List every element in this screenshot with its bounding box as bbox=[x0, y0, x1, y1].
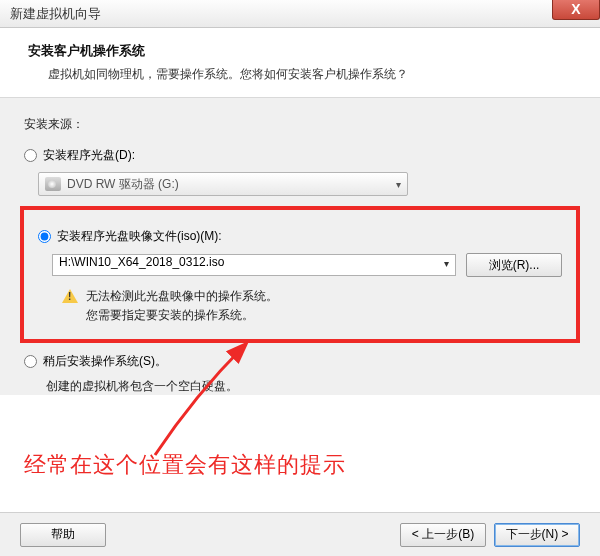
help-button[interactable]: 帮助 bbox=[20, 523, 106, 547]
header-title: 安装客户机操作系统 bbox=[28, 42, 578, 60]
drive-dropdown[interactable]: DVD RW 驱动器 (G:) ▾ bbox=[38, 172, 408, 196]
warning-text: 无法检测此光盘映像中的操作系统。 您需要指定要安装的操作系统。 bbox=[86, 287, 278, 325]
content-area: 安装来源： 安装程序光盘(D): DVD RW 驱动器 (G:) ▾ 安装程序光… bbox=[0, 98, 600, 395]
warning-line2: 您需要指定要安装的操作系统。 bbox=[86, 306, 278, 325]
window-title: 新建虚拟机向导 bbox=[10, 5, 101, 23]
header-subtitle: 虚拟机如同物理机，需要操作系统。您将如何安装客户机操作系统？ bbox=[28, 66, 578, 83]
back-label: < 上一步(B) bbox=[412, 527, 474, 541]
header-panel: 安装客户机操作系统 虚拟机如同物理机，需要操作系统。您将如何安装客户机操作系统？ bbox=[0, 28, 600, 98]
chevron-down-icon: ▾ bbox=[444, 258, 449, 269]
radio-iso[interactable] bbox=[38, 230, 51, 243]
browse-button[interactable]: 浏览(R)... bbox=[466, 253, 562, 277]
option-iso-row: 安装程序光盘映像文件(iso)(M): bbox=[38, 228, 562, 245]
back-button[interactable]: < 上一步(B) bbox=[400, 523, 486, 547]
iso-path-text: H:\WIN10_X64_2018_0312.iso bbox=[59, 255, 224, 269]
next-label: 下一步(N) > bbox=[506, 527, 569, 541]
next-button[interactable]: 下一步(N) > bbox=[494, 523, 580, 547]
iso-row: H:\WIN10_X64_2018_0312.iso ▾ 浏览(R)... bbox=[52, 253, 562, 277]
option-iso-label: 安装程序光盘映像文件(iso)(M): bbox=[57, 228, 222, 245]
chevron-down-icon: ▾ bbox=[396, 179, 401, 190]
drive-dropdown-text: DVD RW 驱动器 (G:) bbox=[67, 176, 179, 193]
option-disc-row: 安装程序光盘(D): bbox=[24, 147, 576, 164]
radio-later[interactable] bbox=[24, 355, 37, 368]
footer-bar: 帮助 < 上一步(B) 下一步(N) > bbox=[0, 512, 600, 556]
close-icon: X bbox=[571, 1, 580, 17]
warning-icon bbox=[62, 289, 78, 303]
help-label: 帮助 bbox=[51, 527, 75, 541]
highlight-box: 安装程序光盘映像文件(iso)(M): H:\WIN10_X64_2018_03… bbox=[20, 206, 580, 343]
browse-button-label: 浏览(R)... bbox=[489, 257, 540, 274]
titlebar: 新建虚拟机向导 X bbox=[0, 0, 600, 28]
warning-row: 无法检测此光盘映像中的操作系统。 您需要指定要安装的操作系统。 bbox=[62, 287, 562, 325]
radio-disc[interactable] bbox=[24, 149, 37, 162]
optical-drive-icon bbox=[45, 177, 61, 191]
option-later-row: 稍后安装操作系统(S)。 bbox=[24, 353, 576, 370]
option-later-label: 稍后安装操作系统(S)。 bbox=[43, 353, 167, 370]
source-label: 安装来源： bbox=[24, 116, 576, 133]
later-note: 创建的虚拟机将包含一个空白硬盘。 bbox=[46, 378, 576, 395]
option-disc-label: 安装程序光盘(D): bbox=[43, 147, 135, 164]
close-button[interactable]: X bbox=[552, 0, 600, 20]
iso-path-input[interactable]: H:\WIN10_X64_2018_0312.iso ▾ bbox=[52, 254, 456, 276]
warning-line1: 无法检测此光盘映像中的操作系统。 bbox=[86, 287, 278, 306]
annotation-text: 经常在这个位置会有这样的提示 bbox=[24, 450, 346, 480]
